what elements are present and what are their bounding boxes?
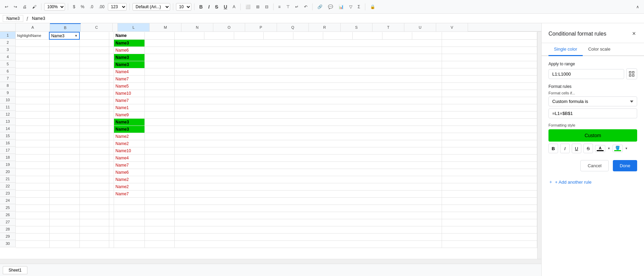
link-button[interactable]: 🔗: [315, 3, 325, 11]
chart-button[interactable]: 📊: [337, 3, 346, 11]
cell-m2[interactable]: [145, 39, 175, 47]
cell-narrow1[interactable]: [109, 32, 114, 39]
print-button[interactable]: 🖨: [21, 3, 29, 11]
cell-l2[interactable]: Name3: [114, 39, 145, 47]
strikethrough-button[interactable]: S: [213, 3, 220, 11]
comment-button[interactable]: 💬: [326, 3, 335, 11]
col-header-s[interactable]: S: [341, 23, 372, 31]
cell-l23[interactable]: Name7: [114, 190, 145, 197]
cell-l17[interactable]: Name10: [114, 147, 145, 154]
undo-button[interactable]: ↩: [3, 3, 10, 11]
col-header-o[interactable]: O: [213, 23, 245, 31]
row-num-16[interactable]: 16: [0, 140, 16, 147]
row-num-6[interactable]: 6: [0, 68, 16, 75]
row-num-20[interactable]: 20: [0, 168, 16, 175]
cell-l3[interactable]: Name6: [114, 47, 145, 54]
tab-color-scale[interactable]: Color scale: [583, 43, 616, 56]
function-button[interactable]: Σ: [356, 3, 362, 11]
done-button[interactable]: Done: [613, 160, 637, 171]
select-range-button[interactable]: [626, 68, 637, 79]
cell-l16[interactable]: Name2: [114, 140, 145, 147]
cell-l6[interactable]: Name4: [114, 68, 145, 75]
cell-l15[interactable]: Name2: [114, 133, 145, 140]
cell-a2[interactable]: [16, 39, 49, 47]
formula-value-input[interactable]: [548, 108, 637, 118]
cell-l18[interactable]: Name4: [114, 154, 145, 161]
cell-l5[interactable]: Name3: [114, 61, 145, 68]
row-num-18[interactable]: 18: [0, 154, 16, 161]
text-color-picker[interactable]: A: [595, 145, 605, 152]
collapse-button[interactable]: ∧: [634, 3, 641, 11]
col-header-m[interactable]: M: [150, 23, 181, 31]
row-num-2[interactable]: 2: [0, 39, 16, 46]
decimal1-button[interactable]: .0: [88, 3, 95, 11]
fill-color-picker[interactable]: 🪣: [613, 145, 623, 152]
cell-m1[interactable]: [145, 32, 175, 39]
text-color-button[interactable]: A: [231, 3, 238, 11]
cell-l21[interactable]: Name2: [114, 176, 145, 183]
cell-o1[interactable]: [204, 32, 234, 39]
row-num-3[interactable]: 3: [0, 46, 16, 53]
italic-button[interactable]: I: [206, 3, 212, 11]
col-header-t[interactable]: T: [372, 23, 404, 31]
row-num-21[interactable]: 21: [0, 175, 16, 183]
format-strike-button[interactable]: S: [583, 144, 593, 153]
custom-style-button[interactable]: Custom: [548, 129, 637, 142]
sheet-tab-1[interactable]: Sheet1: [3, 266, 27, 274]
cell-l11[interactable]: Name1: [114, 104, 145, 111]
row-num-29[interactable]: 29: [0, 233, 16, 240]
col-header-p[interactable]: P: [245, 23, 277, 31]
row-num-15[interactable]: 15: [0, 132, 16, 140]
horizontal-scrollbar[interactable]: [0, 259, 541, 264]
redo-button[interactable]: ↪: [12, 3, 19, 11]
currency-button[interactable]: $: [71, 3, 77, 11]
row-num-25[interactable]: 25: [0, 204, 16, 211]
col-header-q[interactable]: Q: [277, 23, 309, 31]
wrap-button[interactable]: ↵: [293, 3, 301, 11]
cell-l10[interactable]: Name7: [114, 97, 145, 104]
grid-scroll[interactable]: highlightName Name3 ▼ Na: [16, 32, 537, 259]
filter-button[interactable]: ▽: [347, 3, 354, 11]
cell-q1[interactable]: [264, 32, 293, 39]
format-bold-button[interactable]: B: [548, 144, 558, 153]
col-header-narrow[interactable]: [113, 23, 118, 31]
text-color-dropdown-icon[interactable]: ▼: [607, 147, 610, 150]
cell-l20[interactable]: Name6: [114, 169, 145, 176]
format-underline-button[interactable]: U: [572, 144, 581, 153]
cell-b2[interactable]: [49, 39, 79, 47]
cell-p1[interactable]: [234, 32, 264, 39]
fill-color-dropdown-icon[interactable]: ▼: [625, 147, 628, 150]
valign-button[interactable]: ⊤: [284, 3, 292, 11]
cell-l9[interactable]: Name10: [114, 90, 145, 97]
col-header-b[interactable]: B: [50, 23, 81, 31]
row-num-13[interactable]: 13: [0, 118, 16, 125]
add-rule-button[interactable]: ＋ + Add another rule: [548, 176, 637, 188]
close-panel-button[interactable]: ×: [631, 29, 637, 39]
decimal2-button[interactable]: .00: [97, 3, 106, 11]
cell-l1[interactable]: Name: [114, 32, 145, 39]
cell-l7[interactable]: Name7: [114, 75, 145, 82]
condition-select[interactable]: Custom formula is Is empty Is not empty …: [548, 96, 637, 106]
row-num-4[interactable]: 4: [0, 53, 16, 61]
cell-l12[interactable]: Name9: [114, 111, 145, 118]
zoom-select[interactable]: 100%: [44, 3, 65, 11]
row-num-7[interactable]: 7: [0, 75, 16, 82]
row-num-17[interactable]: 17: [0, 147, 16, 154]
cell-l4[interactable]: Name3: [114, 54, 145, 61]
cell-l13[interactable]: Name3: [114, 118, 145, 126]
row-num-28[interactable]: 28: [0, 226, 16, 233]
cell-l8[interactable]: Name5: [114, 82, 145, 90]
row-num-1[interactable]: 1: [0, 32, 16, 39]
cell-u1[interactable]: [382, 32, 412, 39]
col-header-n[interactable]: N: [181, 23, 213, 31]
merge-button[interactable]: ⊟: [263, 3, 270, 11]
col-header-l[interactable]: L: [118, 23, 150, 31]
percent-button[interactable]: %: [79, 3, 87, 11]
cell-l22[interactable]: Name2: [114, 183, 145, 190]
bold-button[interactable]: B: [197, 3, 205, 11]
number-format-select[interactable]: 123: [108, 3, 127, 11]
row-num-24[interactable]: 24: [0, 197, 16, 204]
lock-button[interactable]: 🔒: [368, 3, 377, 11]
row-num-8[interactable]: 8: [0, 82, 16, 89]
align-button[interactable]: ≡: [276, 3, 283, 11]
